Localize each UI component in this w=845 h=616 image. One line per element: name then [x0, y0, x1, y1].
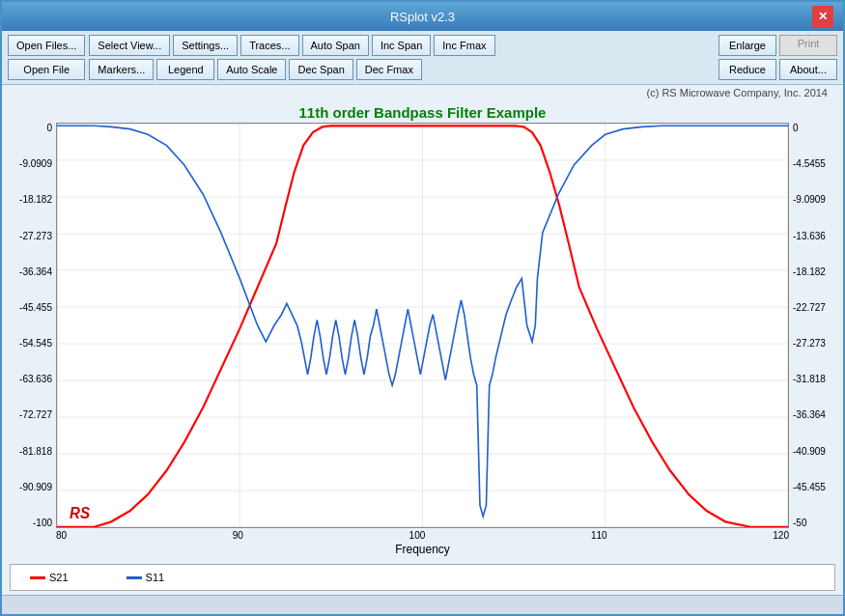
- y-axis-left: 0 -9.0909 -18.182 -27.273 -36.364 -45.45…: [10, 123, 56, 528]
- x-tick-80: 80: [56, 530, 67, 541]
- settings-button[interactable]: Settings...: [173, 35, 238, 56]
- y-axis-right: 0 -4.5455 -9.0909 -13.636 -18.182 -22.72…: [789, 123, 835, 528]
- x-tick-90: 90: [233, 530, 243, 541]
- s21-label: S21: [49, 572, 69, 583]
- x-axis-label: Frequency: [56, 541, 789, 556]
- y-right-10: -45.455: [793, 482, 835, 492]
- y-right-2: -9.0909: [793, 194, 835, 205]
- y-right-9: -40.909: [793, 446, 835, 457]
- y-left-8: -72.727: [10, 409, 52, 420]
- chart-title: 11th order Bandpass Filter Example: [10, 100, 835, 123]
- toolbar-col-3: Enlarge Print Reduce About...: [718, 35, 837, 80]
- x-tick-110: 110: [591, 530, 607, 541]
- toolbar-col-2: Select View... Settings... Traces... Aut…: [89, 35, 494, 80]
- legend-s11: S11: [127, 572, 165, 583]
- auto-span-button[interactable]: Auto Span: [302, 35, 369, 56]
- dec-fmax-button[interactable]: Dec Fmax: [356, 59, 422, 80]
- reduce-button[interactable]: Reduce: [718, 59, 776, 80]
- chart-svg: RS: [57, 124, 788, 527]
- legend-s21: S21: [30, 572, 69, 583]
- enlarge-button[interactable]: Enlarge: [718, 35, 776, 56]
- title-bar: RSplot v2.3 ✕: [2, 2, 843, 31]
- y-left-1: -9.0909: [10, 158, 52, 169]
- y-right-6: -27.273: [793, 338, 835, 349]
- legend-button[interactable]: Legend: [156, 59, 214, 80]
- y-left-7: -63.636: [10, 374, 52, 384]
- close-button[interactable]: ✕: [812, 6, 833, 27]
- y-left-10: -90.909: [10, 482, 52, 492]
- toolbar-row-3: Enlarge Print: [718, 35, 837, 56]
- y-right-8: -36.364: [793, 409, 835, 420]
- auto-scale-button[interactable]: Auto Scale: [217, 59, 286, 80]
- markers-button[interactable]: Markers...: [89, 59, 154, 80]
- legend-bar: S21 S11: [10, 564, 835, 591]
- chart-container: 11th order Bandpass Filter Example 0 -9.…: [2, 100, 843, 560]
- main-window: RSplot v2.3 ✕ Open Files... Open File Se…: [0, 0, 845, 616]
- inc-span-button[interactable]: Inc Span: [372, 35, 431, 56]
- x-tick-120: 120: [773, 530, 789, 541]
- y-left-4: -36.364: [10, 266, 52, 277]
- toolbar-row-2: Markers... Legend Auto Scale Dec Span De…: [89, 59, 494, 80]
- dec-span-button[interactable]: Dec Span: [289, 59, 352, 80]
- status-bar: [2, 595, 843, 614]
- y-right-1: -4.5455: [793, 158, 835, 169]
- y-right-7: -31.818: [793, 374, 835, 384]
- inc-fmax-button[interactable]: Inc Fmax: [434, 35, 494, 56]
- about-button[interactable]: About...: [779, 59, 837, 80]
- traces-button[interactable]: Traces...: [240, 35, 298, 56]
- x-axis-area: 80 90 100 110 120 Frequency: [56, 528, 789, 556]
- open-file-button[interactable]: Open File: [8, 59, 85, 80]
- plot-area: RS: [56, 123, 789, 528]
- open-files-button[interactable]: Open Files...: [8, 35, 85, 56]
- chart-area: 0 -9.0909 -18.182 -27.273 -36.364 -45.45…: [10, 123, 835, 528]
- y-right-11: -50: [793, 518, 835, 528]
- y-left-0: 0: [10, 123, 52, 133]
- print-button: Print: [779, 35, 837, 56]
- s11-color-swatch: [127, 576, 142, 579]
- window-title: RSplot v2.3: [33, 10, 812, 24]
- y-left-11: -100: [10, 518, 52, 528]
- y-left-5: -45.455: [10, 302, 52, 313]
- y-right-3: -13.636: [793, 231, 835, 241]
- rs-watermark: RS: [70, 505, 91, 521]
- y-right-4: -18.182: [793, 266, 835, 277]
- s21-color-swatch: [30, 576, 45, 579]
- y-left-9: -81.818: [10, 446, 52, 457]
- toolbar-row-1: Select View... Settings... Traces... Aut…: [89, 35, 494, 56]
- y-left-3: -27.273: [10, 231, 52, 241]
- copyright-text: (c) RS Microwave Company, Inc. 2014: [2, 85, 843, 100]
- y-right-5: -22.727: [793, 302, 835, 313]
- s11-label: S11: [146, 572, 165, 583]
- y-left-6: -54.545: [10, 338, 52, 349]
- toolbar: Open Files... Open File Select View... S…: [2, 31, 843, 85]
- select-view-button[interactable]: Select View...: [89, 35, 170, 56]
- toolbar-col-1: Open Files... Open File: [8, 35, 85, 80]
- x-tick-100: 100: [409, 530, 426, 541]
- toolbar-row-4: Reduce About...: [718, 59, 837, 80]
- y-left-2: -18.182: [10, 194, 52, 205]
- y-right-0: 0: [793, 123, 835, 133]
